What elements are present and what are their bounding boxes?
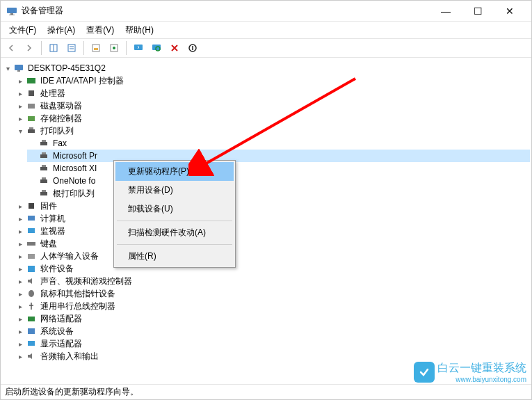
expand-icon[interactable]: ▸ [15, 227, 26, 235]
scan-hardware-button[interactable] [149, 40, 164, 56]
menu-view[interactable]: 查看(V) [81, 23, 120, 38]
update-driver-button[interactable] [131, 40, 146, 56]
statusbar: 启动所选设备的更新驱动程序向导。 [1, 384, 531, 399]
collapse-icon[interactable]: ▾ [2, 65, 13, 72]
expand-icon[interactable]: ▸ [15, 315, 26, 323]
expand-icon[interactable]: ▸ [15, 328, 26, 335]
svg-rect-16 [15, 65, 23, 70]
cat-keyboard[interactable]: ▸键盘 [15, 237, 530, 250]
close-button[interactable]: ✕ [494, 1, 526, 22]
svg-rect-23 [29, 127, 33, 129]
usb-icon [26, 301, 37, 311]
menubar: 文件(F) 操作(A) 查看(V) 帮助(H) [1, 22, 531, 38]
cat-firmware[interactable]: ▸固件 [15, 200, 530, 212]
menu-file[interactable]: 文件(F) [3, 23, 42, 38]
svg-rect-27 [42, 152, 46, 154]
svg-rect-1 [10, 13, 13, 15]
expand-icon[interactable]: ▸ [15, 303, 26, 310]
separator [117, 221, 232, 221]
cat-network[interactable]: ▸网络适配器 [15, 312, 530, 325]
ctx-update-driver[interactable]: 更新驱动程序(P) [115, 162, 234, 181]
svg-rect-36 [28, 228, 35, 233]
expand-icon[interactable]: ▸ [15, 215, 26, 223]
cat-system[interactable]: ▸系统设备 [15, 325, 530, 337]
status-text: 启动所选设备的更新驱动程序向导。 [5, 386, 138, 398]
uninstall-button[interactable] [167, 40, 182, 56]
cat-hid[interactable]: ▸人体学输入设备 [15, 250, 530, 262]
cat-storage[interactable]: ▸存储控制器 [15, 112, 530, 125]
cat-cpu[interactable]: ▸处理器 [15, 87, 530, 99]
root-label: DESKTOP-45E31Q2 [26, 63, 107, 73]
expand-icon[interactable]: ▸ [15, 278, 26, 285]
speaker-icon [26, 276, 37, 286]
cat-usb[interactable]: ▸通用串行总线控制器 [15, 300, 530, 312]
system-icon [26, 326, 37, 336]
menu-help[interactable]: 帮助(H) [120, 23, 159, 38]
separator [41, 41, 42, 55]
expand-icon[interactable]: ▸ [15, 265, 26, 273]
expand-icon[interactable]: ▸ [15, 102, 26, 110]
cat-computer[interactable]: ▸计算机 [15, 212, 530, 225]
cat-audioio[interactable]: ▸音频输入和输出 [15, 350, 530, 362]
app-icon [6, 6, 17, 17]
svg-rect-35 [28, 216, 35, 221]
svg-rect-34 [29, 203, 34, 209]
printer-icon [38, 176, 49, 186]
cat-monitor[interactable]: ▸监视器 [15, 225, 530, 237]
toolbar-icon-2[interactable] [64, 40, 79, 56]
ctx-disable[interactable]: 禁用设备(D) [115, 181, 234, 200]
printer-ms-print[interactable]: Microsoft Pr [27, 150, 530, 162]
forward-button[interactable] [22, 40, 37, 56]
storage-icon [26, 113, 37, 123]
expand-icon[interactable]: ▸ [15, 253, 26, 260]
cat-ide[interactable]: ▸IDE ATA/ATAPI 控制器 [15, 74, 530, 87]
printer-root[interactable]: 根打印队列 [27, 187, 530, 200]
expand-icon[interactable]: ▸ [15, 290, 26, 298]
expand-icon[interactable]: ▸ [15, 240, 26, 248]
printer-fax[interactable]: Fax [27, 137, 530, 150]
network-icon [26, 314, 37, 323]
collapse-icon[interactable]: ▾ [15, 127, 26, 135]
cat-sound[interactable]: ▸声音、视频和游戏控制器 [15, 275, 530, 287]
toolbar-icon-1[interactable] [46, 40, 61, 56]
cat-mouse[interactable]: ▸鼠标和其他指针设备 [15, 287, 530, 300]
svg-rect-29 [42, 165, 46, 167]
cat-display[interactable]: ▸显示适配器 [15, 337, 530, 350]
disable-button[interactable] [185, 40, 200, 56]
cat-printq[interactable]: ▾打印队列 [15, 125, 530, 137]
hid-icon [26, 251, 37, 261]
menu-action[interactable]: 操作(A) [42, 23, 81, 38]
svg-rect-38 [28, 254, 35, 259]
ctx-uninstall[interactable]: 卸载设备(U) [115, 200, 234, 218]
root-node[interactable]: ▾ DESKTOP-45E31Q2 [2, 62, 530, 74]
svg-rect-21 [28, 116, 35, 121]
svg-rect-9 [94, 48, 98, 50]
printer-onenote[interactable]: OneNote fo [27, 175, 530, 187]
toolbar-icon-3[interactable] [88, 40, 104, 56]
cat-software[interactable]: ▸软件设备 [15, 262, 530, 275]
svg-point-40 [29, 290, 34, 297]
minimize-button[interactable]: — [430, 1, 462, 22]
toolbar-icon-4[interactable] [106, 40, 122, 56]
svg-rect-17 [17, 70, 20, 72]
expand-icon[interactable]: ▸ [15, 115, 26, 122]
printer-ms-xps[interactable]: Microsoft XI [27, 162, 530, 175]
expand-icon[interactable]: ▸ [15, 202, 26, 210]
software-icon [26, 264, 37, 273]
firmware-icon [26, 201, 37, 211]
printer-icon [26, 126, 37, 136]
expand-icon[interactable]: ▸ [15, 353, 26, 360]
maximize-button[interactable]: ☐ [462, 1, 494, 22]
ctx-properties[interactable]: 属性(R) [115, 247, 234, 266]
expand-icon[interactable]: ▸ [15, 340, 26, 348]
expand-icon[interactable]: ▸ [15, 77, 26, 85]
printer-icon [38, 189, 49, 198]
titlebar: 设备管理器 — ☐ ✕ [1, 1, 531, 22]
expand-icon[interactable]: ▸ [15, 90, 26, 97]
back-button[interactable] [3, 40, 19, 56]
cpu-icon [26, 88, 37, 98]
device-tree-panel[interactable]: ▾ DESKTOP-45E31Q2 ▸IDE ATA/ATAPI 控制器 ▸处理… [1, 58, 531, 384]
ctx-scan-hardware[interactable]: 扫描检测硬件改动(A) [115, 223, 234, 242]
cat-disk[interactable]: ▸磁盘驱动器 [15, 99, 530, 112]
separator [83, 41, 84, 55]
